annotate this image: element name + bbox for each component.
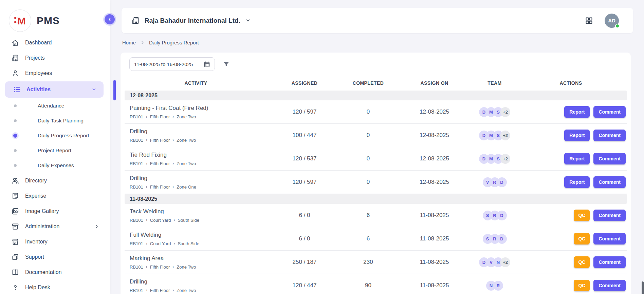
sidebar-item-label: Image Gallary — [25, 208, 59, 214]
assigned-value: 6 / 0 — [267, 212, 342, 219]
archive-icon — [11, 222, 19, 231]
path-segment: RB101 — [130, 138, 143, 143]
sidebar-item-help-desk[interactable]: Help Desk — [0, 280, 110, 294]
team-cell: SRD — [474, 211, 515, 220]
activity-title: Marking Area — [130, 255, 267, 262]
report-button[interactable]: Report — [564, 130, 590, 141]
sidebar-item-inventory[interactable]: Inventory — [0, 234, 110, 249]
activity-location-path: RB101›Fifth Floor›Zone Two — [130, 264, 267, 270]
report-button[interactable]: Report — [564, 153, 590, 164]
table-row: Marking Area RB101›Fifth Floor›Zone Two … — [125, 251, 627, 274]
path-segment: RB101 — [130, 161, 143, 166]
assigned-value: 120 / 597 — [267, 109, 342, 115]
path-segment: Zone Two — [177, 288, 196, 293]
company-name: Raja Bahadur International Ltd. — [145, 17, 240, 24]
sidebar-item-attendance[interactable]: Attendance — [0, 98, 110, 113]
actions-cell: QCComment — [515, 233, 627, 244]
sidebar-item-documentation[interactable]: Documentation — [0, 264, 110, 280]
comment-button[interactable]: Comment — [593, 130, 626, 141]
building-icon — [11, 54, 19, 62]
sidebar-item-expense[interactable]: Expense — [0, 188, 110, 203]
comment-button[interactable]: Comment — [593, 233, 626, 244]
sidebar-group-activities-wrap: Activities — [0, 81, 110, 98]
sidebar-item-projects[interactable]: Projects — [0, 50, 110, 65]
team-extra-count-badge: +2 — [500, 131, 510, 140]
people-icon — [11, 177, 19, 185]
breadcrumb-current: Daily Progress Report — [149, 40, 199, 45]
qc-button[interactable]: QC — [574, 256, 590, 268]
report-button[interactable]: Report — [564, 176, 590, 188]
sidebar-item-activities[interactable]: Activities — [5, 81, 104, 98]
sidebar-item-daily-expenses[interactable]: Daily Expenses — [0, 158, 110, 173]
activity-location-path: RB101›Court Yard›South Side — [130, 241, 267, 246]
breadcrumb-home[interactable]: Home — [122, 40, 136, 45]
comment-button[interactable]: Comment — [593, 256, 626, 268]
filter-funnel-icon[interactable] — [222, 60, 230, 68]
chevron-right-icon: › — [146, 218, 147, 222]
path-segment: RB101 — [130, 184, 143, 190]
assign-on-date: 11-08-2025 — [394, 282, 474, 289]
sidebar-item-administration[interactable]: Administration — [0, 219, 110, 234]
sidebar-item-project-report[interactable]: Project Report — [0, 143, 110, 158]
date-range-input[interactable]: 11-08-2025 to 16-08-2025 — [129, 57, 215, 71]
sidebar-item-label: Daily Expenses — [38, 162, 74, 169]
qc-button[interactable]: QC — [574, 233, 590, 244]
assigned-value: 250 / 187 — [267, 259, 342, 266]
activity-location-path: RB101›Fifth Floor›Zone Two — [130, 114, 267, 119]
chevron-right-icon: › — [172, 114, 174, 119]
sidebar-item-label: Employees — [25, 70, 52, 76]
company-selector[interactable]: Raja Bahadur International Ltd. — [131, 16, 251, 25]
sidebar-item-daily-task-planning[interactable]: Daily Task Planning — [0, 113, 110, 128]
activity-cell: Drilling RB101›Fifth Floor›Zone Two — [125, 125, 267, 146]
sidebar-item-dashboard[interactable]: Dashboard — [0, 35, 110, 50]
chevron-right-icon: › — [173, 241, 175, 246]
comment-button[interactable]: Comment — [593, 280, 626, 291]
path-segment: Fifth Floor — [150, 184, 170, 190]
sidebar-item-label: Administration — [25, 223, 59, 230]
activity-cell: Painting - First Coat (Fire Red) RB101›F… — [125, 101, 267, 123]
report-button[interactable]: Report — [564, 106, 590, 118]
bullet-icon — [14, 164, 17, 167]
activity-location-path: RB101›Fifth Floor›Zone One — [130, 184, 267, 190]
table-row: Tie Rod Fixing RB101›Fifth Floor›Zone Tw… — [125, 147, 627, 171]
qc-button[interactable]: QC — [574, 210, 590, 221]
team-extra-count-badge: +2 — [500, 107, 510, 117]
chevron-right-icon: › — [146, 241, 147, 246]
sidebar-collapse-button[interactable]: ‹ — [105, 14, 115, 24]
path-segment: Fifth Floor — [150, 138, 170, 143]
comment-button[interactable]: Comment — [593, 153, 626, 164]
completed-value: 0 — [342, 109, 394, 115]
image-icon — [11, 207, 19, 215]
activity-title: Full Welding — [130, 232, 267, 238]
sidebar-item-image-gallary[interactable]: Image Gallary — [0, 203, 110, 219]
comment-button[interactable]: Comment — [593, 106, 626, 118]
activity-cell: Drilling RB101›Fifth Floor›Zone Two — [125, 275, 267, 294]
top-header: Raja Bahadur International Ltd. AD — [122, 8, 633, 33]
report-card: 11-08-2025 to 16-08-2025 ACTIVITY ASSIGN… — [121, 53, 631, 294]
sidebar-item-support[interactable]: Support — [0, 249, 110, 264]
sidebar-item-directory[interactable]: Directory — [0, 173, 110, 188]
table-row: Drilling RB101›Fifth Floor›Zone Two 100 … — [125, 124, 627, 147]
online-status-dot — [615, 24, 620, 28]
sidebar: M PMS Dashboard Projects Employees Activ… — [0, 0, 110, 294]
qc-button[interactable]: QC — [574, 280, 590, 291]
receipt-icon — [11, 192, 19, 200]
apps-grid-icon[interactable] — [585, 17, 593, 25]
sidebar-item-employees[interactable]: Employees — [0, 65, 110, 81]
assign-on-date: 12-08-2025 — [394, 155, 474, 162]
completed-value: 90 — [342, 282, 394, 289]
assigned-value: 6 / 0 — [267, 235, 342, 242]
sidebar-item-daily-progress-report[interactable]: Daily Progress Report — [0, 128, 110, 143]
sidebar-item-label: Daily Progress Report — [38, 133, 89, 139]
user-avatar[interactable]: AD — [605, 14, 619, 28]
comment-button[interactable]: Comment — [593, 176, 626, 188]
sidebar-item-label: Help Desk — [25, 285, 50, 291]
team-member-avatar: D — [497, 234, 507, 244]
chevron-down-icon — [91, 87, 97, 92]
vertical-scrollbar[interactable] — [642, 281, 644, 294]
comment-button[interactable]: Comment — [593, 210, 626, 221]
path-segment: RB101 — [130, 114, 143, 119]
assigned-value: 120 / 597 — [267, 179, 342, 185]
sidebar-item-label: Expense — [25, 193, 46, 199]
team-member-avatar: D — [497, 177, 507, 187]
